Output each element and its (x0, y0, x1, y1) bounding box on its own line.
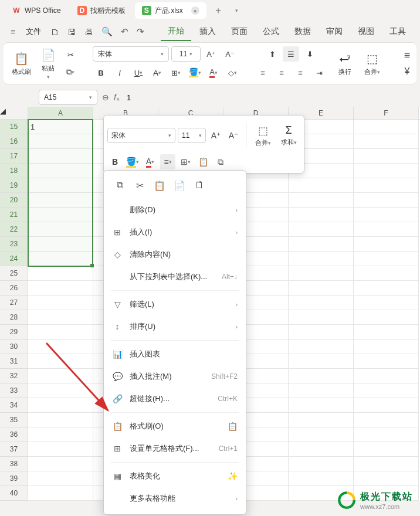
row-header[interactable]: 31 (0, 354, 28, 369)
row-header[interactable]: 34 (0, 398, 28, 413)
cell[interactable]: 1 (28, 120, 93, 134)
cell[interactable] (289, 281, 354, 296)
cell[interactable] (28, 398, 93, 413)
cell[interactable] (289, 383, 354, 398)
paste-icon[interactable]: 📋 (152, 178, 167, 193)
tab-menu-button[interactable]: ▾ (230, 4, 244, 18)
cut-icon[interactable]: ✂ (62, 47, 79, 62)
close-icon[interactable]: ● (191, 6, 199, 15)
row-header[interactable]: 37 (0, 442, 28, 457)
cell[interactable] (289, 193, 354, 208)
cell[interactable] (354, 237, 419, 252)
merge-center-button[interactable]: ⬚合并▾ (359, 47, 385, 80)
new-icon[interactable]: 🗋 (47, 27, 63, 37)
align-right-icon[interactable]: ≡ (292, 65, 309, 80)
cell[interactable] (354, 325, 419, 340)
cancel-icon[interactable]: ⊖ (102, 93, 109, 102)
row-header[interactable]: 25 (0, 266, 28, 281)
cell[interactable] (289, 252, 354, 266)
row-header[interactable]: 20 (0, 193, 28, 208)
row-header[interactable]: 23 (0, 237, 28, 252)
cell[interactable] (28, 149, 93, 164)
cell[interactable] (354, 442, 419, 457)
cell[interactable] (28, 354, 93, 369)
new-tab-button[interactable]: ＋ (211, 4, 225, 18)
mini-font-select[interactable]: 宋体▾ (107, 128, 175, 143)
fill-color-icon[interactable]: 🪣▾ (125, 154, 140, 169)
row-header[interactable]: 30 (0, 340, 28, 354)
align-top-icon[interactable]: ⬆ (264, 46, 280, 62)
cell[interactable] (354, 471, 419, 486)
ctx-clear[interactable]: ◇清除内容(N) (104, 243, 246, 266)
align-left-icon[interactable]: ≡ (255, 65, 271, 80)
format-painter-button[interactable]: 📋格式刷 (8, 47, 34, 80)
cell[interactable] (354, 178, 419, 193)
tab-view[interactable]: 视图 (351, 23, 381, 40)
cell[interactable] (289, 369, 354, 383)
mini-sum-button[interactable]: Σ求和▾ (277, 119, 300, 152)
align-center-icon[interactable]: ≡ (273, 65, 290, 80)
undo-icon[interactable]: ↶ (117, 26, 132, 37)
preview-icon[interactable]: 🔍 (98, 26, 116, 37)
fx-icon[interactable]: fₓ (114, 93, 120, 102)
font-color-icon[interactable]: A▾ (143, 154, 158, 169)
row-header[interactable]: 36 (0, 427, 28, 442)
cell[interactable] (289, 442, 354, 457)
row-header[interactable]: 15 (0, 120, 28, 134)
formula-input[interactable] (124, 90, 420, 105)
currency-icon[interactable]: ≡ (399, 47, 415, 63)
cell[interactable] (289, 340, 354, 354)
redo-icon[interactable]: ↷ (133, 26, 148, 37)
ctx-format-painter[interactable]: 📋格式刷(O)📋 (104, 415, 246, 437)
col-header[interactable]: F (354, 107, 419, 119)
col-header[interactable]: A (28, 107, 93, 119)
currency-format[interactable]: ¥ (399, 64, 415, 79)
fill-color-icon[interactable]: 🪣▾ (187, 65, 203, 80)
font-select[interactable]: 宋体▾ (93, 46, 169, 62)
row-header[interactable]: 40 (0, 486, 28, 501)
cell[interactable] (354, 208, 419, 222)
cell[interactable] (28, 222, 93, 237)
cell[interactable] (289, 310, 354, 325)
cell[interactable] (289, 222, 354, 237)
bold-icon[interactable]: B (93, 65, 109, 80)
ctx-from-list[interactable]: 从下拉列表中选择(K)...Alt+↓ (104, 266, 246, 288)
row-header[interactable]: 33 (0, 383, 28, 398)
borders-icon[interactable]: ⊞▾ (178, 154, 193, 169)
row-header[interactable]: 27 (0, 296, 28, 310)
cell[interactable] (354, 134, 419, 149)
cell[interactable] (354, 369, 419, 383)
row-header[interactable]: 19 (0, 178, 28, 193)
cell[interactable] (28, 208, 93, 222)
cell[interactable] (28, 281, 93, 296)
cell[interactable] (289, 427, 354, 442)
cell[interactable] (289, 266, 354, 281)
row-header[interactable]: 38 (0, 457, 28, 471)
cell[interactable] (354, 457, 419, 471)
cell[interactable] (28, 252, 93, 266)
cell[interactable] (354, 413, 419, 427)
cell[interactable] (354, 266, 419, 281)
cell[interactable] (28, 486, 93, 501)
borders-icon[interactable]: ⊞▾ (168, 65, 184, 80)
format-painter-icon[interactable]: 📋 (195, 154, 211, 169)
decrease-font-icon[interactable]: A⁻ (226, 128, 241, 143)
row-header[interactable]: 24 (0, 252, 28, 266)
ctx-more-table[interactable]: 更多表格功能› (104, 487, 246, 510)
file-menu[interactable]: 文件 (21, 24, 46, 39)
cell[interactable] (354, 222, 419, 237)
cell[interactable] (28, 296, 93, 310)
name-box[interactable]: A15▾ (39, 90, 97, 105)
font-size-select[interactable]: 11▾ (171, 46, 201, 62)
cell[interactable] (354, 252, 419, 266)
cut-icon[interactable]: ✂ (132, 178, 147, 193)
cell[interactable] (354, 164, 419, 178)
ctx-delete[interactable]: 删除(D)› (104, 199, 246, 221)
underline-icon[interactable]: U▾ (130, 65, 147, 80)
row-header[interactable]: 17 (0, 149, 28, 164)
cell[interactable] (289, 354, 354, 369)
cell[interactable] (354, 193, 419, 208)
cell[interactable] (28, 340, 93, 354)
cell[interactable] (354, 120, 419, 134)
mini-size-select[interactable]: 11▾ (178, 128, 206, 143)
